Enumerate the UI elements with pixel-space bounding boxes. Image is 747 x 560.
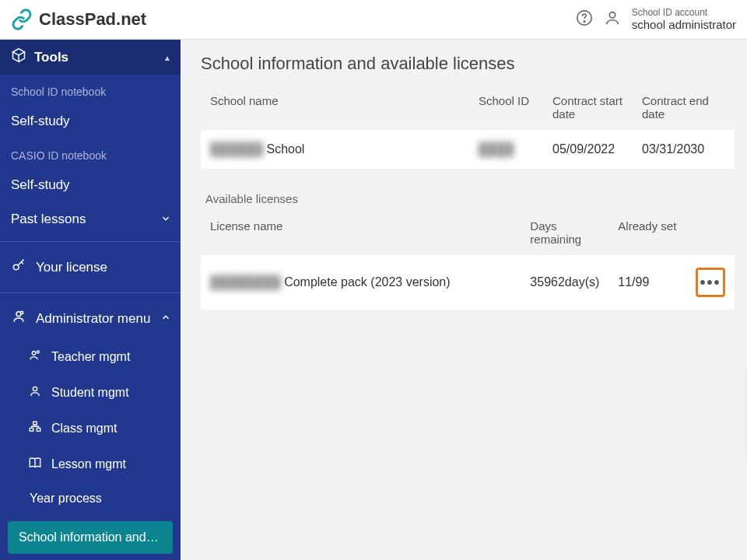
sidebar-item-schoolinfo-active[interactable]: School information and a... bbox=[8, 521, 173, 554]
svg-point-3 bbox=[13, 264, 19, 270]
svg-rect-9 bbox=[33, 422, 37, 425]
sidebar-item-pastlessons[interactable]: Past lessons bbox=[0, 202, 181, 236]
cell-already-set: 11/99 bbox=[608, 255, 686, 310]
sidebar-section-school-id: School ID notebook bbox=[0, 75, 181, 104]
svg-rect-11 bbox=[37, 429, 40, 432]
chevron-up-icon bbox=[160, 311, 171, 327]
col-school-id: School ID bbox=[469, 88, 543, 130]
cell-school-name: ██████ School bbox=[201, 130, 469, 169]
cell-school-id: ████ bbox=[469, 130, 543, 169]
col-contract-start: Contract start date bbox=[543, 88, 633, 130]
svg-point-2 bbox=[609, 12, 615, 18]
svg-rect-10 bbox=[30, 429, 33, 432]
school-row: ██████ School ████ 05/09/2022 03/31/2030 bbox=[201, 130, 735, 169]
license-row: ████████ Complete pack (2023 version) 35… bbox=[201, 255, 735, 310]
sidebar: Tools ▲ School ID notebook Self-study CA… bbox=[0, 40, 181, 560]
teacher-icon bbox=[28, 348, 42, 366]
user-icon[interactable] bbox=[604, 9, 621, 29]
sidebar-item-teachermgmt[interactable]: Teacher mgmt bbox=[8, 339, 181, 375]
col-license-name: License name bbox=[201, 213, 521, 255]
brand-text: ClassPad.net bbox=[39, 9, 146, 30]
org-icon bbox=[28, 420, 42, 437]
book-icon bbox=[28, 456, 42, 473]
sidebar-item-yearprocess[interactable]: Year process bbox=[8, 482, 181, 515]
admin-icon bbox=[11, 309, 26, 328]
col-already-set: Already set bbox=[608, 213, 686, 255]
cell-contract-start: 05/09/2022 bbox=[543, 130, 633, 169]
cube-icon bbox=[11, 47, 26, 67]
cell-contract-end: 03/31/2030 bbox=[633, 130, 735, 169]
account-info[interactable]: School ID account school administrator bbox=[632, 7, 736, 32]
brand-logo[interactable]: ClassPad.net bbox=[11, 9, 146, 30]
account-role-label: school administrator bbox=[632, 18, 736, 32]
sidebar-item-yourlicense[interactable]: Your license bbox=[0, 247, 181, 288]
sidebar-item-lessonmgmt[interactable]: Lesson mgmt bbox=[8, 446, 181, 482]
licenses-table: License name Days remaining Already set … bbox=[201, 213, 735, 310]
row-actions-button[interactable]: ••• bbox=[696, 268, 725, 297]
svg-point-6 bbox=[32, 352, 36, 355]
cell-days-remaining: 35962day(s) bbox=[521, 255, 608, 310]
sidebar-item-selfstudy-school[interactable]: Self-study bbox=[0, 104, 181, 138]
chevron-down-icon bbox=[160, 213, 171, 226]
student-icon bbox=[28, 384, 42, 401]
svg-point-8 bbox=[33, 387, 37, 390]
svg-point-5 bbox=[21, 311, 23, 313]
account-type-label: School ID account bbox=[632, 7, 736, 18]
page-title: School information and available license… bbox=[201, 54, 735, 74]
svg-point-1 bbox=[584, 21, 584, 22]
topbar: ClassPad.net School ID account school ad… bbox=[0, 0, 747, 40]
col-contract-end: Contract end date bbox=[633, 88, 735, 130]
sidebar-item-selfstudy-casio[interactable]: Self-study bbox=[0, 168, 181, 202]
sidebar-item-studentmgmt[interactable]: Student mgmt bbox=[8, 375, 181, 411]
col-school-name: School name bbox=[201, 88, 469, 130]
sidebar-item-classmgmt[interactable]: Class mgmt bbox=[8, 411, 181, 446]
available-licenses-label: Available licenses bbox=[205, 192, 735, 205]
svg-point-7 bbox=[37, 351, 39, 353]
key-icon bbox=[11, 257, 26, 277]
sidebar-tools-header[interactable]: Tools ▲ bbox=[0, 40, 181, 75]
sidebar-item-adminmenu[interactable]: Administrator menu bbox=[0, 298, 181, 339]
col-days-remaining: Days remaining bbox=[521, 213, 608, 255]
cell-license-name: ████████ Complete pack (2023 version) bbox=[201, 255, 521, 310]
school-info-table: School name School ID Contract start dat… bbox=[201, 88, 735, 169]
content-area: School information and available license… bbox=[181, 40, 747, 560]
sidebar-section-casio-id: CASIO ID notebook bbox=[0, 138, 181, 168]
link-icon bbox=[11, 9, 33, 30]
more-icon: ••• bbox=[700, 274, 721, 292]
chevron-up-icon: ▲ bbox=[163, 53, 171, 61]
help-icon[interactable] bbox=[576, 9, 593, 29]
